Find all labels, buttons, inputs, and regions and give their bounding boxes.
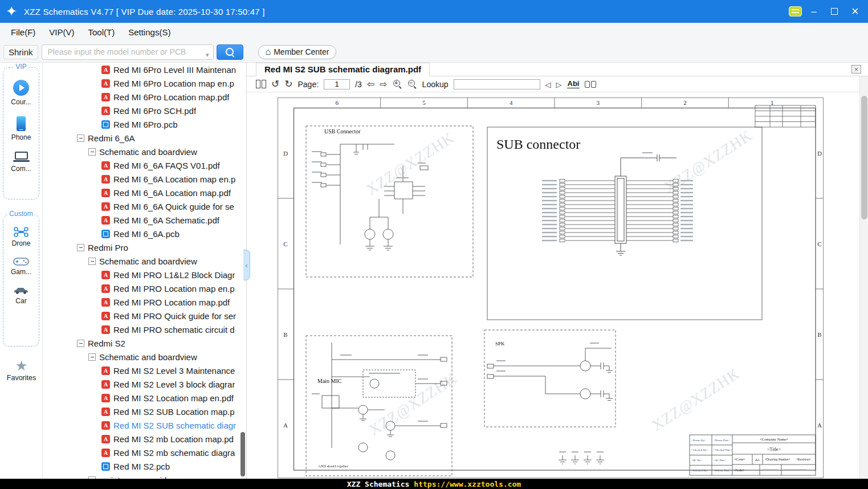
facing-pages-icon[interactable] (256, 80, 266, 88)
pdf-file-icon (101, 394, 110, 402)
tree-item-label: Red MI S2 Location map en.pdf (113, 393, 234, 403)
tree-file[interactable]: Red MI PRO Location map en.p (43, 282, 246, 295)
usb-block-label: USB Connector (324, 128, 361, 135)
rotate-left-icon[interactable] (271, 78, 279, 90)
sidebar-item-label: Com... (11, 165, 31, 173)
collapse-minus-icon[interactable] (77, 135, 84, 142)
menu-tool[interactable]: Tool(T) (82, 25, 121, 39)
tree-file[interactable]: Red MI 6Pro Location map.pdf (43, 90, 246, 104)
sidebar-item-computer[interactable]: Com... (11, 152, 31, 173)
collapse-minus-icon[interactable] (77, 340, 84, 347)
rotate-right-icon[interactable] (284, 78, 292, 90)
zoom-in-icon[interactable] (393, 79, 402, 89)
zone-number: 5 (422, 99, 426, 106)
model-search-input[interactable] (42, 45, 213, 59)
viewer-scrollbar-thumb[interactable] (861, 96, 867, 219)
statusbar-url[interactable]: https://www.xzztools.com (414, 480, 521, 488)
tree-file[interactable]: Red MI 6Pro SCH.pdf (43, 104, 246, 117)
menu-file[interactable]: File(F) (5, 25, 42, 39)
zone-letter: A (283, 422, 288, 429)
tree-file[interactable]: Red MI S2 mb schematic diagra (43, 446, 246, 459)
chevron-down-icon[interactable] (206, 49, 209, 59)
sidebar-item-car[interactable]: Car (13, 286, 29, 305)
tree-node[interactable]: Schematic and boardview (43, 145, 246, 158)
sidebar-item-favorites[interactable]: Favorites (0, 359, 43, 382)
tree-node[interactable]: Redmi 6_6A (43, 131, 246, 145)
document-tab[interactable]: Red MI S2 SUB schematic diagram.pdf (256, 63, 430, 76)
tree-file[interactable]: Red MI 6_6A Quick guide for se (43, 199, 246, 213)
tree-node[interactable]: Schematic and boardview (43, 254, 246, 268)
zone-number: 2 (683, 99, 687, 106)
tree-node[interactable]: maintenance guide (43, 473, 246, 479)
pdf-file-icon (101, 312, 110, 320)
sidebar-item-label: Drone (12, 239, 31, 247)
document-tab-label: Red MI S2 SUB schematic diagram.pdf (264, 64, 421, 74)
next-page-icon[interactable] (380, 79, 387, 89)
tree-item-label: Red MI 6_6A Quick guide for se (113, 202, 234, 211)
previous-result-icon[interactable] (545, 80, 551, 89)
tree-file[interactable]: Red MI S2 mb Location map.pd (43, 432, 246, 446)
tree-file[interactable]: Red MI S2 Location map en.pdf (43, 391, 246, 405)
viewer-scrollbar[interactable] (859, 76, 868, 479)
tree-item-label: Red MI PRO Location map.pdf (113, 298, 230, 307)
tree-collapse-handle[interactable] (243, 250, 250, 280)
tree-file[interactable]: Red MI PRO Quick guide for ser (43, 309, 246, 323)
tree-scrollbar-thumb[interactable] (241, 432, 245, 476)
collapse-minus-icon[interactable] (88, 353, 96, 361)
tree-file[interactable]: Red MI 6_6A FAQS V01.pdf (43, 158, 246, 172)
tree-file[interactable]: Red MI 6Pro.pcb (43, 117, 246, 131)
laptop-icon (15, 152, 28, 160)
pdf-file-icon (101, 202, 110, 211)
previous-page-icon[interactable] (367, 79, 374, 89)
tree-node[interactable]: Redmi Pro (43, 241, 246, 254)
tree-file[interactable]: Red MI S2 SUB schematic diagr (43, 418, 246, 432)
tree-file[interactable]: Red MI PRO L1&L2 Block Diagr (43, 268, 246, 282)
tree-item-label: Redmi Pro (88, 243, 128, 252)
model-search-combo[interactable] (42, 44, 214, 60)
vip-card-icon[interactable] (789, 6, 802, 17)
collapse-minus-icon[interactable] (77, 244, 84, 251)
tree-file[interactable]: Red MI PRO schematic circuit d (43, 323, 246, 336)
zone-letter: C (817, 241, 821, 247)
tree-file[interactable]: Red MI 6Pro Location map en.p (43, 76, 246, 90)
member-center-button[interactable]: Member Center (258, 45, 337, 59)
tree-item-label: Red MI PRO L1&L2 Block Diagr (113, 270, 235, 280)
tree-item-label: Red MI 6_6A FAQS V01.pdf (113, 161, 220, 170)
menu-settings[interactable]: Settings(S) (122, 25, 177, 39)
pdf-canvas[interactable]: 654321DDCCBBAA XZZ@XZZHK XZZ@XZZHK XZZ@X… (247, 93, 859, 479)
tree-file[interactable]: Red MI S2 SUB Location map.p (43, 405, 246, 418)
sidebar-item-course[interactable]: Cour... (11, 80, 31, 106)
app-title: XZZ Schematics V4.77 [ VIP Due date: 202… (24, 7, 264, 17)
gnd-note: GND should together (319, 464, 348, 468)
collapse-minus-icon[interactable] (88, 148, 96, 156)
page-number-input[interactable] (324, 79, 350, 89)
shrink-button[interactable]: Shrink (3, 45, 38, 59)
lookup-input[interactable] (454, 79, 540, 89)
tree-file[interactable]: Red MI 6_6A Schematic.pdf (43, 213, 246, 227)
tree-file[interactable]: Red MI S2 Level 3 Maintenance (43, 364, 246, 377)
sidebar-item-drone[interactable]: Drone (12, 227, 31, 247)
menu-vip[interactable]: VIP(V) (43, 25, 80, 39)
tab-close-button[interactable] (851, 65, 861, 74)
search-button[interactable] (217, 44, 243, 60)
sidebar-item-label: Car (15, 297, 26, 305)
tree-node[interactable]: Redmi S2 (43, 336, 246, 350)
tree-file[interactable]: Red MI PRO Location map.pdf (43, 295, 246, 309)
next-result-icon[interactable] (556, 80, 562, 89)
tree-file[interactable]: Red MI 6Pro Level III Maintenan (43, 63, 246, 76)
tree-file[interactable]: Red MI S2.pcb (43, 459, 246, 473)
tree-file[interactable]: Red MI S2 Level 3 block diagrar (43, 377, 246, 391)
tree-file[interactable]: Red MI 6_6A Location map en.p (43, 172, 246, 186)
maximize-button[interactable] (826, 3, 843, 20)
tree-file[interactable]: Red MI 6_6A Location map.pdf (43, 186, 246, 199)
thumbnail-view-icon[interactable] (585, 81, 596, 88)
zoom-out-icon[interactable] (407, 79, 417, 89)
collapse-minus-icon[interactable] (88, 258, 96, 265)
sidebar-item-game[interactable]: Gam... (11, 258, 31, 276)
minimize-button[interactable] (805, 3, 822, 20)
tree-file[interactable]: Red MI 6_6A.pcb (43, 227, 246, 241)
sidebar-item-phone[interactable]: Phone (11, 116, 31, 141)
close-button[interactable] (846, 3, 863, 20)
text-select-tool-icon[interactable]: Abi (567, 80, 580, 88)
tree-node[interactable]: Schematic and boardview (43, 350, 246, 364)
